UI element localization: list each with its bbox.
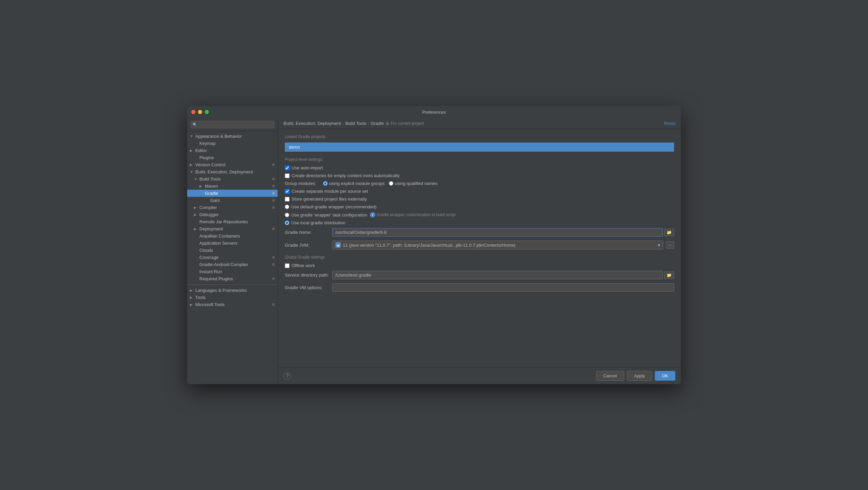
group-modules-row: Group modules: using explicit module gro…: [285, 181, 674, 186]
arrow-icon: ▶: [190, 296, 195, 299]
sidebar-item-gradle[interactable]: Gradle ⚙: [187, 190, 278, 197]
sidebar-item-tools[interactable]: ▶ Tools: [187, 294, 278, 301]
use-wrapper-task-label[interactable]: Use gradle 'wrapper' task configuration: [285, 212, 367, 218]
titlebar: Preferences: [187, 106, 681, 118]
sidebar-item-label: Build, Execution, Deployment: [195, 169, 275, 174]
info-icon[interactable]: i: [370, 212, 375, 218]
sidebar-item-maven[interactable]: ▶ Maven ⚙: [187, 183, 278, 190]
sidebar-item-label: Plugins: [199, 155, 275, 160]
radio-qualified[interactable]: [389, 181, 393, 186]
linked-project-item[interactable]: demo: [285, 143, 674, 152]
radio-local-gradle[interactable]: [285, 221, 289, 225]
badge-icon: ⚙: [272, 303, 275, 306]
sidebar-item-deployment[interactable]: ▶ Deployment ⚙: [187, 225, 278, 232]
badge-icon: ⚙: [272, 163, 275, 167]
gradle-jvm-dropdown[interactable]: ☕ 11 (java version "11.0.7", path: /Libr…: [332, 241, 663, 249]
help-button[interactable]: ?: [283, 372, 291, 380]
group-modules-label: Group modules:: [285, 181, 316, 186]
gradle-vm-options-input[interactable]: [332, 283, 674, 292]
sidebar-item-coverage[interactable]: Coverage ⚙: [187, 254, 278, 261]
use-auto-import-checkbox[interactable]: [285, 166, 290, 170]
sidebar-item-microsoft-tools[interactable]: ▶ Microsoft Tools ⚙: [187, 301, 278, 308]
reset-link[interactable]: Reset: [664, 121, 675, 126]
sidebar-item-clouds[interactable]: Clouds: [187, 247, 278, 254]
radio-wrapper-task[interactable]: [285, 213, 289, 217]
sidebar-item-gradle-android[interactable]: Gradle-Android Compiler ⚙: [187, 261, 278, 268]
sidebar-item-editor[interactable]: ▶ Editor: [187, 147, 278, 154]
search-input[interactable]: [191, 121, 274, 128]
gradle-jvm-row: Gradle JVM: ☕ 11 (java version "11.0.7",…: [285, 241, 674, 249]
service-dir-browse-button[interactable]: 📁: [664, 271, 674, 279]
sidebar-item-label: Application Servers: [199, 241, 275, 246]
settings-content: Linked Gradle projects demo Project-leve…: [278, 129, 681, 367]
store-generated-checkbox[interactable]: [285, 197, 290, 202]
service-dir-field-group: 📁: [332, 271, 674, 279]
offline-work-text: Offline work: [292, 263, 315, 268]
sidebar-item-required-plugins[interactable]: Required Plugins ⚙: [187, 275, 278, 282]
badge-icon: ⚙: [272, 227, 275, 231]
arrow-icon: ▶: [190, 303, 195, 306]
sidebar-item-version-control[interactable]: ▶ Version Control ⚙: [187, 161, 278, 168]
sidebar-item-app-servers[interactable]: Application Servers: [187, 240, 278, 247]
sidebar-item-instant-run[interactable]: Instant Run: [187, 268, 278, 275]
sidebar-item-label: Keymap: [199, 141, 275, 146]
sidebar-item-remote-jar[interactable]: Remote Jar Repositories: [187, 218, 278, 225]
offline-work-checkbox[interactable]: [285, 263, 290, 268]
sidebar-item-plugins[interactable]: Plugins: [187, 154, 278, 161]
store-generated-label[interactable]: Store generated project files externally: [285, 196, 367, 202]
radio-explicit-text: using explicit module groups: [329, 181, 385, 186]
gradle-home-input[interactable]: [332, 228, 663, 237]
create-dirs-label[interactable]: Create directories for empty content roo…: [285, 173, 400, 178]
use-auto-import-label[interactable]: Use auto-import: [285, 165, 323, 170]
create-separate-module-label[interactable]: Create separate module per source set: [285, 189, 368, 194]
sidebar-item-label: Remote Jar Repositories: [199, 219, 275, 224]
sidebar-item-compiler[interactable]: ▶ Compiler ⚙: [187, 204, 278, 211]
offline-work-row: Offline work: [285, 263, 674, 268]
cancel-button[interactable]: Cancel: [596, 371, 624, 381]
sidebar-item-gant[interactable]: Gant ⚙: [187, 197, 278, 204]
sidebar-item-label: Version Control: [195, 162, 271, 167]
radio-default-wrapper[interactable]: [285, 205, 289, 209]
radio-explicit-label[interactable]: using explicit module groups: [323, 181, 385, 186]
badge-icon: ⚙: [272, 256, 275, 259]
use-local-gradle-label[interactable]: Use local gradle distribution: [285, 220, 346, 225]
create-dirs-checkbox[interactable]: [285, 173, 290, 178]
offline-work-label[interactable]: Offline work: [285, 263, 315, 268]
minimize-button[interactable]: [198, 110, 202, 114]
service-dir-label: Service directory path:: [285, 272, 332, 278]
sidebar-item-debugger[interactable]: ▶ Debugger: [187, 211, 278, 218]
sidebar-item-label: Languages & Frameworks: [195, 288, 275, 293]
chevron-down-icon: ▾: [658, 243, 660, 248]
sidebar-item-arquillian[interactable]: Arquillian Containers: [187, 232, 278, 240]
badge-icon: ⚙: [272, 206, 275, 209]
search-bar: 🔍: [187, 118, 278, 131]
apply-button[interactable]: Apply: [627, 371, 652, 381]
project-settings-title: Project-level settings: [285, 157, 674, 162]
use-auto-import-row: Use auto-import: [285, 165, 674, 170]
sidebar-item-appearance-behavior[interactable]: ▼ Appearance & Behavior: [187, 133, 278, 140]
gradle-home-browse-button[interactable]: 📁: [664, 229, 674, 236]
badge-icon: ⚙: [272, 184, 275, 188]
sidebar-item-label: Coverage: [199, 255, 271, 260]
create-separate-module-text: Create separate module per source set: [292, 189, 368, 194]
arrow-icon: ▶: [190, 149, 195, 152]
ok-button[interactable]: OK: [655, 371, 675, 381]
service-dir-row: Service directory path: 📁: [285, 271, 674, 279]
breadcrumb-part3: Gradle: [371, 121, 384, 126]
close-button[interactable]: [191, 110, 195, 114]
sidebar-item-build-execution[interactable]: ▼ Build, Execution, Deployment: [187, 168, 278, 175]
sidebar-item-label: Deployment: [199, 226, 271, 231]
sidebar-item-languages[interactable]: ▶ Languages & Frameworks: [187, 287, 278, 294]
service-dir-input[interactable]: [332, 271, 663, 279]
use-default-wrapper-label[interactable]: Use default gradle wrapper (recommended): [285, 204, 376, 209]
sidebar-item-label: Gant: [210, 198, 271, 203]
create-separate-module-checkbox[interactable]: [285, 189, 290, 194]
sidebar-item-build-tools[interactable]: ▼ Build Tools ⚙: [187, 175, 278, 183]
gradle-vm-options-row: Gradle VM options:: [285, 283, 674, 292]
gradle-jvm-more-button[interactable]: ···: [666, 241, 674, 249]
sidebar-item-keymap[interactable]: Keymap: [187, 140, 278, 147]
radio-explicit[interactable]: [323, 181, 328, 186]
radio-qualified-label[interactable]: using qualified names: [389, 181, 438, 186]
maximize-button[interactable]: [205, 110, 209, 114]
sidebar-item-label: Debugger: [199, 212, 275, 217]
